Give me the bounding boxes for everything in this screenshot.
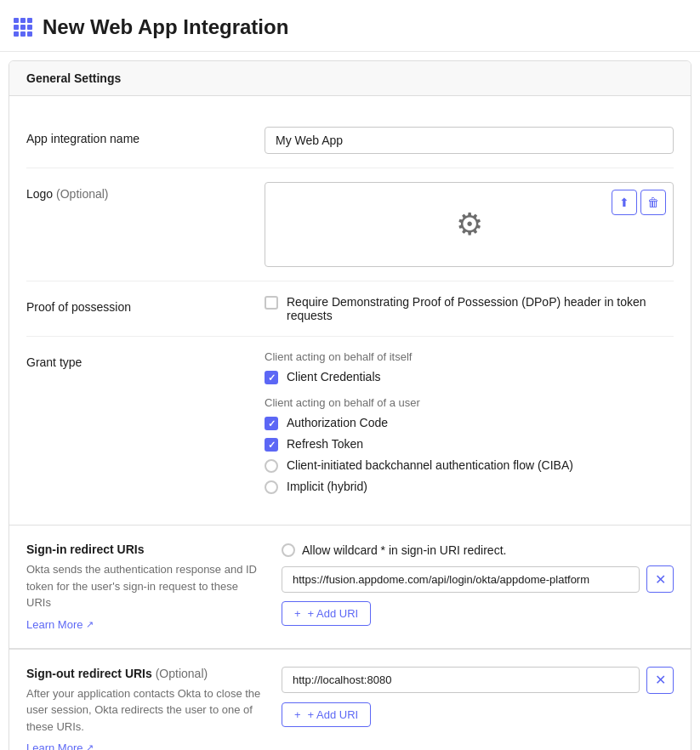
app-name-row: App integration name: [26, 113, 674, 168]
sign-out-uri-row: ✕: [282, 667, 674, 694]
sign-in-uri-input[interactable]: [282, 566, 640, 593]
sign-in-redirect-right: Allow wildcard * in sign-in URI redirect…: [282, 543, 674, 631]
sign-in-add-uri-plus-icon: +: [294, 607, 301, 620]
apps-grid-icon: [14, 18, 32, 37]
sign-in-learn-more-link[interactable]: Learn More ↗: [26, 618, 94, 631]
sign-out-redirect-section: Sign-out redirect URIs (Optional) After …: [9, 650, 691, 751]
proof-of-possession-control: Require Demonstrating Proof of Possessio…: [265, 295, 674, 322]
sign-in-redirect-section: Sign-in redirect URIs Okta sends the aut…: [9, 526, 691, 649]
app-name-input[interactable]: [265, 127, 674, 154]
page-header: New Web App Integration: [0, 0, 700, 52]
proof-of-possession-label: Proof of possession: [26, 295, 265, 314]
sign-in-uri-delete-button[interactable]: ✕: [646, 565, 674, 593]
implicit-row: Implicit (hybrid): [265, 480, 674, 494]
ciba-row: Client-initiated backchannel authenticat…: [265, 458, 674, 473]
grant-type-control: Client acting on behalf of itself Client…: [265, 350, 674, 494]
page-title: New Web App Integration: [43, 15, 288, 39]
sign-in-redirect-left: Sign-in redirect URIs Okta sends the aut…: [26, 543, 265, 631]
sign-in-redirect-cols: Sign-in redirect URIs Okta sends the aut…: [26, 543, 674, 631]
sign-out-add-uri-plus-icon: +: [294, 708, 301, 721]
wildcard-checkbox[interactable]: [282, 543, 295, 557]
sign-out-optional: (Optional): [156, 667, 208, 680]
client-credentials-row: Client Credentials: [265, 370, 674, 384]
logo-delete-button[interactable]: 🗑: [640, 190, 666, 215]
general-settings-header: General Settings: [9, 61, 691, 96]
refresh-token-label: Refresh Token: [287, 437, 363, 451]
sign-out-redirect-right: ✕ + + Add URI: [282, 667, 674, 751]
sign-out-learn-more-link[interactable]: Learn More ↗: [26, 741, 94, 750]
sign-in-external-link-icon: ↗: [86, 619, 94, 630]
logo-placeholder-icon: ⚙: [456, 207, 483, 242]
sign-out-add-uri-button[interactable]: + + Add URI: [282, 702, 371, 727]
grant-type-row: Grant type Client acting on behalf of it…: [26, 337, 674, 508]
ciba-label: Client-initiated backchannel authenticat…: [287, 458, 573, 472]
sign-in-redirect-title: Sign-in redirect URIs: [26, 543, 265, 556]
wildcard-row: Allow wildcard * in sign-in URI redirect…: [282, 543, 674, 557]
app-name-label: App integration name: [26, 127, 265, 145]
refresh-token-checkbox[interactable]: [265, 438, 278, 452]
logo-control: ⬆ 🗑 ⚙: [265, 182, 674, 267]
proof-checkbox-label: Require Demonstrating Proof of Possessio…: [287, 295, 674, 322]
sign-out-redirect-cols: Sign-out redirect URIs (Optional) After …: [26, 667, 674, 751]
proof-checkbox[interactable]: [265, 296, 278, 310]
grant-group-1: Client acting on behalf of itself Client…: [265, 350, 674, 384]
logo-optional: (Optional): [56, 187, 108, 201]
main-form: General Settings App integration name Lo…: [9, 60, 691, 750]
client-credentials-checkbox[interactable]: [265, 371, 278, 384]
sign-out-redirect-title: Sign-out redirect URIs (Optional): [26, 667, 265, 680]
app-name-control: [265, 127, 674, 154]
sign-in-uri-row: ✕: [282, 565, 674, 593]
wildcard-label: Allow wildcard * in sign-in URI redirect…: [302, 543, 506, 557]
auth-code-checkbox[interactable]: [265, 417, 278, 430]
client-credentials-label: Client Credentials: [287, 370, 381, 384]
sign-out-external-link-icon: ↗: [86, 742, 94, 750]
grant-group-2: Client acting on behalf of a user Author…: [265, 396, 674, 494]
proof-checkbox-row: Require Demonstrating Proof of Possessio…: [265, 295, 674, 322]
sign-in-redirect-desc: Okta sends the authentication response a…: [26, 561, 265, 611]
sign-out-uri-delete-button[interactable]: ✕: [646, 667, 674, 694]
ciba-checkbox[interactable]: [265, 459, 278, 473]
sign-out-redirect-desc: After your application contacts Okta to …: [26, 685, 265, 736]
auth-code-row: Authorization Code: [265, 416, 674, 430]
sign-out-redirect-left: Sign-out redirect URIs (Optional) After …: [26, 667, 265, 751]
logo-row: Logo (Optional) ⬆ 🗑 ⚙: [26, 168, 674, 281]
implicit-label: Implicit (hybrid): [287, 480, 367, 493]
auth-code-label: Authorization Code: [287, 416, 388, 429]
logo-upload-button[interactable]: ⬆: [612, 190, 637, 215]
implicit-checkbox[interactable]: [265, 480, 278, 494]
general-settings-body: App integration name Logo (Optional) ⬆ 🗑…: [9, 96, 691, 525]
sign-in-add-uri-button[interactable]: + + Add URI: [282, 601, 371, 626]
grant-group-1-label: Client acting on behalf of itself: [265, 350, 674, 363]
refresh-token-row: Refresh Token: [265, 437, 674, 452]
logo-label: Logo (Optional): [26, 182, 265, 201]
grant-group-2-label: Client acting on behalf of a user: [265, 396, 674, 409]
logo-upload-area[interactable]: ⬆ 🗑 ⚙: [265, 182, 674, 267]
grant-type-label: Grant type: [26, 350, 265, 369]
proof-of-possession-row: Proof of possession Require Demonstratin…: [26, 281, 674, 337]
logo-actions: ⬆ 🗑: [612, 190, 666, 215]
sign-out-uri-input[interactable]: [282, 667, 640, 693]
